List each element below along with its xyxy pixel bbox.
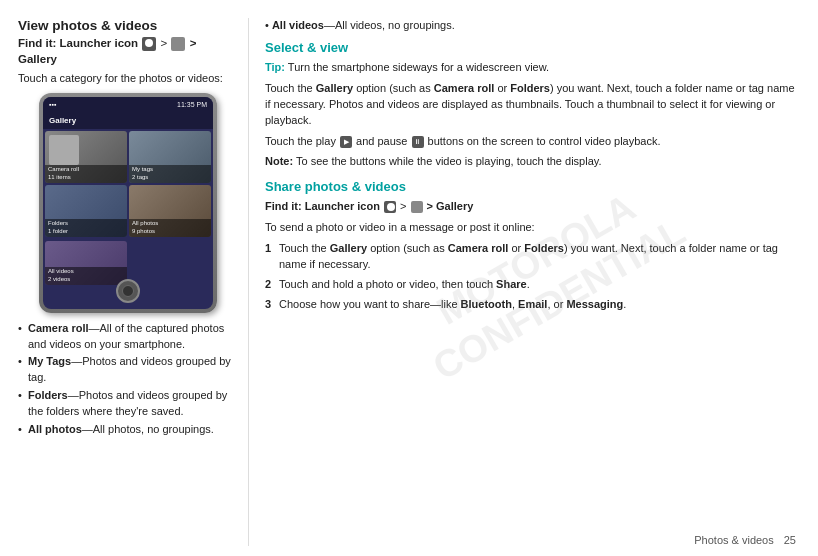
select-view-title: Select & view	[265, 39, 796, 58]
right-column: • All videos—All videos, no groupings. S…	[248, 18, 796, 546]
phone-grid-all-photos[interactable]: All photos9 photos	[129, 185, 211, 237]
all-videos-label: All videos2 videos	[45, 267, 127, 285]
share-find-it-line: Find it: Launcher icon > > Gallery	[265, 199, 796, 215]
share-section-title: Share photos & videos	[265, 178, 796, 197]
share-steps-list: 1 Touch the Gallery option (such as Came…	[265, 241, 796, 313]
phone-grid-folders[interactable]: Folders1 folder	[45, 185, 127, 237]
phone-camera-button[interactable]	[116, 279, 140, 303]
camera-roll-label: Camera roll11 items	[45, 165, 127, 183]
list-item: My Tags—Photos and videos grouped by tag…	[18, 354, 238, 386]
phone-gallery-header: Gallery	[43, 113, 213, 129]
list-item: Camera roll—All of the captured photos a…	[18, 321, 238, 353]
phone-grid-my-tags[interactable]: My tags2 tags	[129, 131, 211, 183]
page-footer: Photos & videos 25	[694, 534, 796, 546]
gallery-icon-right	[411, 201, 423, 213]
launcher-icon-right[interactable]	[384, 201, 396, 213]
share-step-2: 2 Touch and hold a photo or video, then …	[265, 277, 796, 293]
tip-line: Tip: Turn the smartphone sideways for a …	[265, 60, 796, 76]
select-view-section: Select & view Tip: Turn the smartphone s…	[265, 39, 796, 170]
all-photos-label: All photos9 photos	[129, 219, 211, 237]
page-section-label: Photos & videos	[694, 534, 774, 546]
share-step-3: 3 Choose how you want to share—like Blue…	[265, 297, 796, 313]
play-button-icon	[340, 136, 352, 148]
para2: Touch the play and pause buttons on the …	[265, 134, 796, 150]
para1: Touch the Gallery option (such as Camera…	[265, 81, 796, 129]
phone-grid-all-videos[interactable]: All videos2 videos	[45, 241, 127, 285]
left-column: View photos & videos Find it: Launcher i…	[18, 18, 248, 546]
my-tags-label: My tags2 tags	[129, 165, 211, 183]
folders-label: Folders1 folder	[45, 219, 127, 237]
page-container: View photos & videos Find it: Launcher i…	[0, 0, 818, 556]
find-it-line: Find it: Launcher icon > > Gallery	[18, 35, 238, 67]
share-intro: To send a photo or video in a message or…	[265, 220, 796, 236]
page-number: 25	[784, 534, 796, 546]
share-section: Share photos & videos Find it: Launcher …	[265, 178, 796, 312]
left-section-title: View photos & videos	[18, 18, 238, 33]
view-bullet-list: Camera roll—All of the captured photos a…	[18, 321, 238, 439]
all-videos-bullet: • All videos—All videos, no groupings.	[265, 18, 796, 34]
list-item: Folders—Photos and videos grouped by the…	[18, 388, 238, 420]
phone-mockup: ▪▪▪ 11:35 PM Gallery Camera roll11 items…	[39, 93, 217, 313]
phone-grid: Camera roll11 items My tags2 tags Folder…	[43, 129, 213, 239]
list-item: All photos—All photos, no groupings.	[18, 422, 238, 438]
phone-screen: ▪▪▪ 11:35 PM Gallery Camera roll11 items…	[43, 97, 213, 309]
phone-grid-camera-roll[interactable]: Camera roll11 items	[45, 131, 127, 183]
note-line: Note: To see the buttons while the video…	[265, 154, 796, 170]
signal-indicator: ▪▪▪	[49, 101, 56, 108]
share-step-1: 1 Touch the Gallery option (such as Came…	[265, 241, 796, 273]
status-time: 11:35 PM	[177, 101, 207, 108]
gallery-icon-left	[171, 37, 185, 51]
phone-status-bar: ▪▪▪ 11:35 PM	[43, 97, 213, 113]
pause-button-icon	[412, 136, 424, 148]
launcher-icon-left[interactable]	[142, 37, 156, 51]
touch-category-line: Touch a category for the photos or video…	[18, 71, 238, 86]
